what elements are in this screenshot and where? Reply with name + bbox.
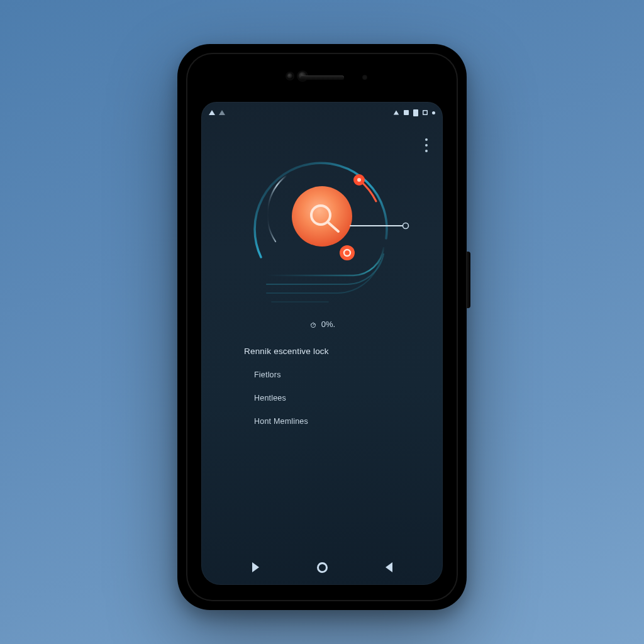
radial-meter-svg bbox=[221, 141, 423, 317]
screen: 0%. Rennik escentive lock Fietlors Hentl… bbox=[201, 102, 443, 585]
recents-icon bbox=[252, 562, 259, 572]
proximity-sensor-icon bbox=[362, 75, 367, 80]
satellite-dot-highlight bbox=[357, 178, 361, 182]
radial-meter bbox=[221, 141, 423, 317]
pointer-tip-icon bbox=[403, 223, 409, 229]
signal-up-outline-icon bbox=[219, 110, 225, 115]
phone-bezel: 0%. Rennik escentive lock Fietlors Hentl… bbox=[186, 53, 458, 601]
front-camera-small-icon bbox=[287, 73, 293, 79]
percent-label: 0%. bbox=[321, 319, 335, 329]
percent-row: 0%. bbox=[201, 319, 443, 329]
signal-icon bbox=[394, 111, 399, 115]
status-bar bbox=[201, 102, 443, 123]
svg-line-1 bbox=[313, 323, 314, 325]
bar-outline-icon bbox=[423, 110, 428, 115]
signal-up-icon bbox=[209, 110, 215, 115]
overflow-dot-icon bbox=[425, 144, 428, 147]
phone-frame: 0%. Rennik escentive lock Fietlors Hentl… bbox=[177, 44, 467, 610]
bar-icon bbox=[404, 110, 409, 115]
overflow-dot-icon bbox=[425, 150, 428, 152]
menu-item-hont-memlines[interactable]: Hont Memlines bbox=[254, 417, 443, 426]
menu-heading[interactable]: Rennik escentive lock bbox=[244, 347, 443, 357]
node-dot bbox=[340, 245, 355, 260]
earpiece-speaker-icon bbox=[300, 75, 344, 80]
back-icon bbox=[386, 562, 392, 572]
svg-line-3 bbox=[311, 324, 311, 325]
rail-arc-1 bbox=[267, 248, 384, 275]
overflow-dot-icon bbox=[425, 138, 428, 141]
front-camera-icon bbox=[298, 72, 307, 80]
nav-recents-button[interactable] bbox=[243, 555, 268, 580]
rail-arc-2 bbox=[267, 254, 384, 284]
nav-home-button[interactable] bbox=[309, 555, 335, 580]
sensor-cluster bbox=[186, 72, 458, 93]
status-bar-left bbox=[209, 110, 225, 115]
overflow-menu-button[interactable] bbox=[421, 135, 431, 156]
android-nav-bar bbox=[201, 550, 443, 585]
home-icon bbox=[317, 562, 328, 573]
menu-item-fietlors[interactable]: Fietlors bbox=[254, 370, 443, 380]
bar-tall-icon bbox=[413, 109, 418, 116]
nav-back-button[interactable] bbox=[376, 555, 401, 580]
core-disc bbox=[292, 186, 352, 247]
dot-icon bbox=[432, 111, 435, 114]
rail-arc-3 bbox=[267, 262, 380, 293]
gauge-icon bbox=[309, 320, 318, 329]
svg-line-4 bbox=[315, 324, 316, 325]
menu-list: Rennik escentive lock Fietlors Hentlees … bbox=[244, 347, 443, 426]
status-bar-right bbox=[393, 109, 435, 116]
menu-item-hentlees[interactable]: Hentlees bbox=[254, 394, 443, 403]
